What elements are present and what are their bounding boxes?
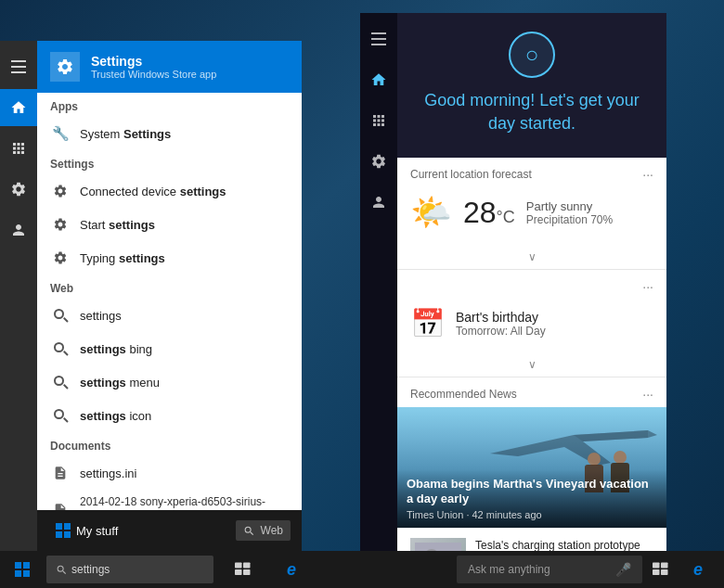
user-sidebar-button[interactable] bbox=[0, 211, 37, 249]
svg-rect-3 bbox=[243, 563, 251, 569]
windows-logo-icon bbox=[56, 523, 71, 538]
desktop: Settings Trusted Windows Store app Apps … bbox=[0, 0, 724, 588]
cortana-user-button[interactable] bbox=[360, 184, 397, 221]
weather-collapse-button[interactable]: ∨ bbox=[397, 245, 666, 269]
news-thumbnail bbox=[410, 538, 466, 551]
taskbar-left: settings bbox=[0, 551, 217, 588]
list-item[interactable]: Connected device settings bbox=[37, 174, 302, 208]
home-sidebar-button[interactable] bbox=[0, 89, 37, 126]
news-more-button[interactable]: ··· bbox=[642, 387, 653, 402]
cortana-settings-button[interactable] bbox=[360, 143, 397, 180]
taskbar-search-text: settings bbox=[71, 563, 110, 576]
svg-rect-8 bbox=[653, 569, 660, 575]
taskbar-search-icon bbox=[56, 564, 68, 576]
selected-app-name: Settings bbox=[91, 54, 289, 69]
news-label: Recommended News bbox=[410, 388, 517, 401]
gear-icon bbox=[50, 181, 71, 201]
settings-section-header: Settings bbox=[37, 150, 302, 174]
search-results: Settings Trusted Windows Store app Apps … bbox=[37, 41, 302, 510]
svg-rect-0 bbox=[415, 543, 461, 551]
second-news-story[interactable]: Tesla's charging station prototype looks… bbox=[397, 528, 666, 551]
cortana-home-button[interactable] bbox=[360, 61, 397, 98]
cortana-hamburger-button[interactable] bbox=[360, 20, 397, 58]
top-story-title: Obama begins Martha's Vineyard vacation … bbox=[407, 477, 657, 508]
windows-start-icon bbox=[15, 562, 30, 577]
edge-icon: e bbox=[287, 560, 296, 580]
web-section-header: Web bbox=[37, 275, 302, 299]
list-item[interactable]: settings bbox=[37, 299, 302, 332]
typing-settings-label: Typing settings bbox=[80, 251, 289, 265]
cortana-apps-button[interactable] bbox=[360, 102, 397, 139]
edge-taskbar-button[interactable]: e bbox=[273, 551, 310, 588]
svg-rect-9 bbox=[661, 569, 668, 575]
selected-app-header[interactable]: Settings Trusted Windows Store app bbox=[37, 41, 302, 93]
calendar-event-info: Bart's birthday Tomorrow: All Day bbox=[456, 310, 546, 338]
search-icon-web-2 bbox=[50, 339, 71, 359]
my-stuff-button[interactable]: My stuff bbox=[48, 519, 125, 542]
weather-card: Current location forecast ··· 🌤️ 28°C Pa… bbox=[397, 158, 666, 270]
task-view-right-button[interactable] bbox=[642, 551, 679, 588]
weather-more-button[interactable]: ··· bbox=[642, 167, 653, 182]
wrench-icon: 🔧 bbox=[50, 123, 71, 144]
cortana-search-bar[interactable]: Ask me anything 🎤 bbox=[457, 556, 642, 583]
selected-app-info: Settings Trusted Windows Store app bbox=[91, 54, 289, 80]
weather-icon: 🌤️ bbox=[410, 193, 452, 232]
doc-sony-xperia: 2014-02-18 sony-xperia-d6503-sirius-show… bbox=[80, 495, 289, 510]
web-settings-menu-label: settings menu bbox=[80, 376, 289, 390]
list-item[interactable]: settings menu bbox=[37, 365, 302, 399]
svg-rect-5 bbox=[243, 569, 251, 575]
search-icon-web-1 bbox=[50, 305, 71, 326]
calendar-card: ··· 📅 Bart's birthday Tomorrow: All Day … bbox=[397, 270, 666, 377]
svg-rect-6 bbox=[653, 563, 660, 569]
start-settings-label: Start settings bbox=[80, 218, 289, 232]
cortana-greeting-section: ○ Good morning! Let's get your day start… bbox=[397, 13, 666, 158]
cortana-greeting-text: Good morning! Let's get your day started… bbox=[412, 89, 652, 135]
svg-rect-2 bbox=[235, 563, 242, 569]
start-sidebar bbox=[0, 41, 37, 551]
top-news-story[interactable]: Obama begins Martha's Vineyard vacation … bbox=[397, 407, 666, 528]
taskbar: settings e Ask me anything 🎤 bbox=[0, 551, 724, 588]
list-item[interactable]: settings bing bbox=[37, 332, 302, 365]
cortana-main-content: ○ Good morning! Let's get your day start… bbox=[397, 13, 666, 551]
calendar-event-title: Bart's birthday bbox=[456, 310, 546, 325]
svg-rect-4 bbox=[235, 569, 242, 575]
calendar-more-button[interactable]: ··· bbox=[642, 279, 653, 294]
calendar-content: 📅 Bart's birthday Tomorrow: All Day bbox=[397, 300, 666, 352]
cortana-sidebar bbox=[360, 13, 397, 551]
search-icon-web-3 bbox=[50, 372, 71, 392]
connected-device-settings-label: Connected device settings bbox=[80, 185, 289, 198]
cortana-logo: ○ bbox=[509, 32, 555, 78]
list-item[interactable]: settings icon bbox=[37, 399, 302, 432]
weather-condition: Partly sunny bbox=[526, 199, 613, 213]
cortana-panel: ○ Good morning! Let's get your day start… bbox=[360, 13, 666, 551]
weather-content: 🌤️ 28°C Partly sunny Precipitation 70% bbox=[397, 187, 666, 245]
selected-app-subtitle: Trusted Windows Store app bbox=[91, 69, 289, 80]
start-search-box[interactable]: Web bbox=[236, 520, 291, 541]
start-button[interactable] bbox=[4, 551, 41, 588]
calendar-icon: 📅 bbox=[410, 307, 445, 339]
start-bottom-bar: My stuff Web bbox=[37, 510, 302, 551]
list-item[interactable]: 2014-02-18 sony-xperia-d6503-sirius-show… bbox=[37, 490, 302, 510]
calendar-event-time: Tomorrow: All Day bbox=[456, 325, 546, 338]
list-item[interactable]: settings.ini bbox=[37, 456, 302, 490]
document-icon-2 bbox=[50, 500, 71, 510]
apps-section-header: Apps bbox=[37, 93, 302, 117]
settings-sidebar-button[interactable] bbox=[0, 171, 37, 208]
hamburger-button[interactable] bbox=[0, 48, 37, 85]
apps-sidebar-button[interactable] bbox=[0, 130, 37, 167]
task-view-button[interactable] bbox=[225, 551, 262, 588]
gear-icon-3 bbox=[50, 248, 71, 268]
web-settings-icon-label: settings icon bbox=[80, 409, 289, 423]
weather-desc-block: Partly sunny Precipitation 70% bbox=[526, 199, 613, 226]
weather-card-header: Current location forecast ··· bbox=[397, 158, 666, 187]
edge-right-button[interactable]: e bbox=[679, 551, 717, 588]
list-item[interactable]: Start settings bbox=[37, 208, 302, 241]
list-item[interactable]: 🔧 System Settings bbox=[37, 117, 302, 150]
calendar-collapse-button[interactable]: ∨ bbox=[397, 352, 666, 377]
weather-temp-display: 28°C bbox=[463, 196, 515, 230]
gear-icon-2 bbox=[50, 214, 71, 235]
microphone-icon[interactable]: 🎤 bbox=[615, 562, 631, 577]
taskbar-search-box[interactable]: settings bbox=[46, 556, 213, 583]
list-item[interactable]: Typing settings bbox=[37, 241, 302, 275]
web-settings-label: settings bbox=[80, 309, 289, 323]
